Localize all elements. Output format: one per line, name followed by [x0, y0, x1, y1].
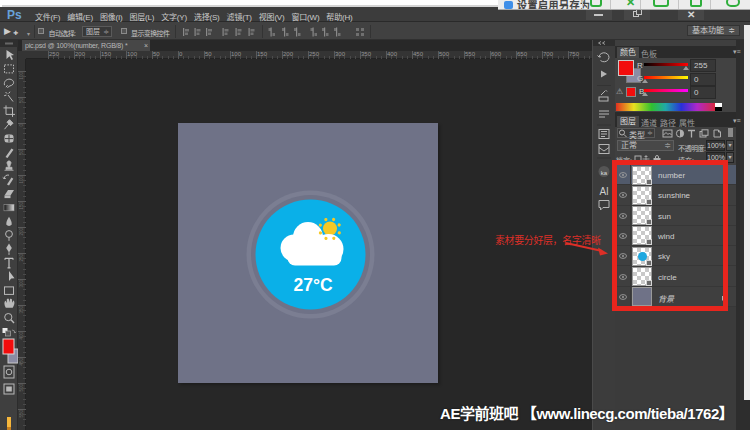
svg-text:ka: ka: [601, 170, 608, 176]
svg-text:Al: Al: [600, 186, 609, 197]
svg-text:27°C: 27°C: [293, 275, 332, 295]
